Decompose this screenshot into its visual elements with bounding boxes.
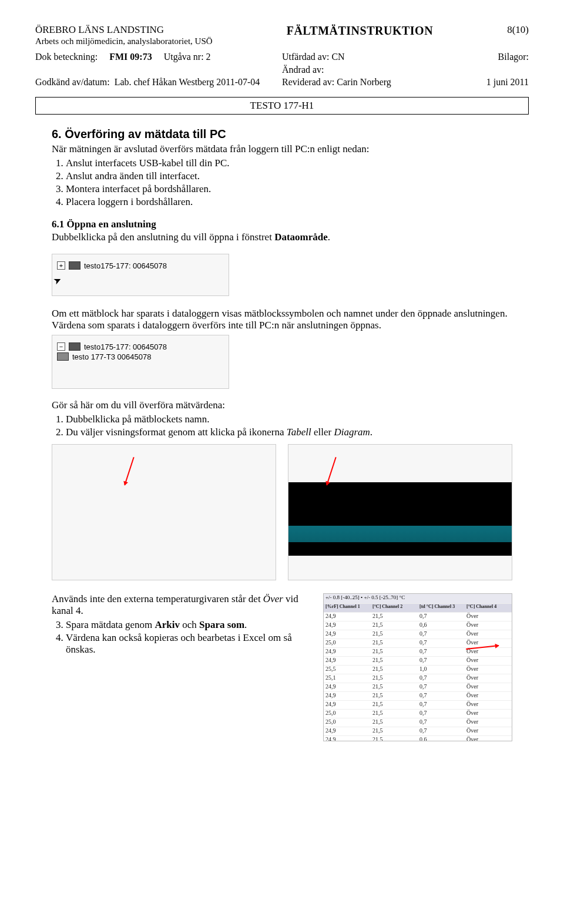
table-cell: Över xyxy=(465,621,512,630)
screenshot-chart-window xyxy=(288,444,512,580)
table-row: 25,021,50,7Över xyxy=(324,710,512,718)
transfer-lead: Gör så här om du vill överföra mätvärden… xyxy=(52,399,512,411)
table-row: 24,921,50,6Över xyxy=(324,736,512,741)
table-cell: 0,7 xyxy=(418,674,465,683)
table-cell: 0,7 xyxy=(418,639,465,647)
table-cell: 24,9 xyxy=(324,683,371,691)
s61-line-text: Dubbelklicka på den anslutning du vill ö… xyxy=(52,231,274,243)
s6-steps: Anslut interfacets USB-kabel till din PC… xyxy=(52,157,512,208)
rev-date: 1 juni 2011 xyxy=(486,76,529,89)
table-header-cell: [°C] Channel 2 xyxy=(371,604,418,612)
tree-label[interactable]: testo175-177: 00645078 xyxy=(84,342,167,351)
bottom-step-3: Spara mätdata genom Arkiv och Spara som. xyxy=(66,619,306,631)
table-cell: 0,7 xyxy=(418,648,465,656)
table-row: 24,921,50,7Över xyxy=(324,692,512,701)
table-cell: 21,5 xyxy=(371,613,418,621)
table-cell: 25,5 xyxy=(324,666,371,674)
table-cell: Över xyxy=(465,674,512,683)
transfer-diagram: Diagram xyxy=(334,426,370,438)
table-row: 25,121,50,7Över xyxy=(324,674,512,683)
bottom-steps: Spara mätdata genom Arkiv och Spara som.… xyxy=(52,619,306,656)
table-cell: 0,7 xyxy=(418,657,465,665)
table-cell: 21,5 xyxy=(371,648,418,656)
bs3a: Spara mätdata genom xyxy=(66,619,155,630)
screenshot-tree-1: + testo175-177: 00645078 ➤ xyxy=(52,254,229,296)
block-icon xyxy=(57,352,69,361)
table-cell: 21,5 xyxy=(371,621,418,630)
tree-expand-icon[interactable]: + xyxy=(57,261,65,270)
s61-title: 6.1 Öppna en anslutning xyxy=(52,219,512,230)
screenshot-tree-2: − testo175-177: 00645078 testo 177-T3 00… xyxy=(52,335,229,389)
screenshot-data-table: +/- 0.8 [-40..25] • +/- 0.5 [-25..70] °C… xyxy=(323,593,512,741)
table-header: [%rF] Channel 1[°C] Channel 2[td °C] Cha… xyxy=(324,604,512,613)
table-row: 24,921,50,7Över xyxy=(324,613,512,621)
table-cell: 21,5 xyxy=(371,718,418,727)
bs3c: och xyxy=(180,619,199,630)
table-cell: Över xyxy=(465,692,512,700)
table-cell: Över xyxy=(465,630,512,639)
table-cell: 0,7 xyxy=(418,692,465,700)
bl1b: Över xyxy=(263,593,283,604)
table-cell: 24,9 xyxy=(324,692,371,700)
bottom-line1: Används inte den externa temperaturgivar… xyxy=(52,593,306,617)
table-cell: Över xyxy=(465,736,512,741)
table-cell: 21,5 xyxy=(371,727,418,735)
table-cell: 25,1 xyxy=(324,674,371,683)
table-cell: 21,5 xyxy=(371,692,418,700)
table-cell: 21,5 xyxy=(371,630,418,639)
table-row: 24,921,50,7Över xyxy=(324,683,512,692)
table-row: 24,921,50,7Över xyxy=(324,727,512,736)
s61-line: Dubbelklicka på den anslutning du vill ö… xyxy=(52,231,512,243)
table-cell: Över xyxy=(465,666,512,674)
transfer-step: Du väljer visningsformat genom att klick… xyxy=(66,426,512,438)
bilagor: Bilagor: xyxy=(498,51,529,63)
table-cell: 21,5 xyxy=(371,701,418,709)
s6-intro: När mätningen är avslutad överförs mätda… xyxy=(52,143,512,155)
table-cell: Över xyxy=(465,710,512,718)
device-icon xyxy=(69,261,80,270)
tree-label-child[interactable]: testo 177-T3 00645078 xyxy=(72,352,151,361)
table-cell: 24,9 xyxy=(324,648,371,656)
table-cell: 1,0 xyxy=(418,666,465,674)
screenshot-table-window xyxy=(52,444,276,580)
table-cell: 21,5 xyxy=(371,674,418,683)
table-row: 24,921,50,6Över xyxy=(324,621,512,630)
s6-step: Placera loggern i bordshållaren. xyxy=(66,196,512,208)
rev-label: Reviderad av: Carin Norberg xyxy=(282,77,391,87)
table-cell: Över xyxy=(465,683,512,691)
table-cell: 21,5 xyxy=(371,657,418,665)
tree-collapse-icon[interactable]: − xyxy=(57,342,65,351)
chart-line xyxy=(288,526,512,542)
table-row: 24,921,50,7Över xyxy=(324,701,512,710)
table-cell: 24,9 xyxy=(324,621,371,630)
dok-val: FMI 09:73 xyxy=(109,52,152,62)
red-arrow-icon xyxy=(326,457,336,485)
table-cell: 21,5 xyxy=(371,666,418,674)
tree-label[interactable]: testo175-177: 00645078 xyxy=(84,261,167,270)
table-cell: 0,7 xyxy=(418,701,465,709)
bottom-left: Används inte den externa temperaturgivar… xyxy=(52,593,306,661)
table-cell: 0,7 xyxy=(418,718,465,727)
s6-step: Montera interfacet på bordshållaren. xyxy=(66,183,512,195)
table-cell: 24,9 xyxy=(324,630,371,639)
transfer-mid: eller xyxy=(311,426,334,438)
table-cell: 24,9 xyxy=(324,657,371,665)
table-cell: 24,9 xyxy=(324,613,371,621)
table-header-cell: [td °C] Channel 3 xyxy=(418,604,465,612)
bl1a: Används inte den externa temperaturgivar… xyxy=(52,593,263,604)
bottom-row: Används inte den externa temperaturgivar… xyxy=(52,593,512,741)
transfer-end: . xyxy=(370,426,372,438)
s6-step: Anslut interfacets USB-kabel till din PC… xyxy=(66,157,512,169)
table-cell: Över xyxy=(465,613,512,621)
utfardad: Utfärdad av: CN xyxy=(282,52,345,62)
utgava: Utgåva nr: 2 xyxy=(164,52,211,62)
transfer-steps: Dubbelklicka på mätblockets namn. Du väl… xyxy=(52,414,512,438)
table-cell: 0,7 xyxy=(418,630,465,639)
bottom-step-4: Värdena kan också kopieras och bearbetas… xyxy=(66,632,306,656)
table-cell: Över xyxy=(465,657,512,665)
table-row: 25,021,50,7Över xyxy=(324,718,512,727)
s61-para2: Om ett mätblock har sparats i datalogger… xyxy=(52,308,512,331)
hdr-left: ÖREBRO LÄNS LANDSTING Arbets och miljöme… xyxy=(35,23,213,47)
table-cell: 0,7 xyxy=(418,727,465,735)
device-icon xyxy=(69,342,80,351)
